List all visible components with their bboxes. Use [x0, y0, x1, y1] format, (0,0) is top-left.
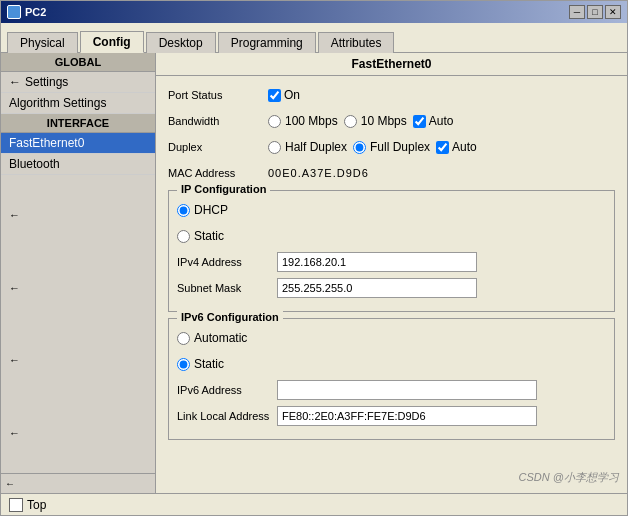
duplex-full-radio[interactable] [353, 141, 366, 154]
ipv6-address-label: IPv6 Address [177, 384, 277, 396]
port-status-controls: On [268, 88, 300, 102]
tab-physical[interactable]: Physical [7, 32, 78, 53]
duplex-half-label[interactable]: Half Duplex [268, 140, 347, 154]
ipv6-config-section: IPv6 Configuration Automatic Static [168, 318, 615, 440]
global-header: GLOBAL [1, 53, 155, 72]
static-radio[interactable] [177, 230, 190, 243]
tab-config[interactable]: Config [80, 31, 144, 53]
interface-header: INTERFACE [1, 114, 155, 133]
bluetooth-label: Bluetooth [9, 157, 60, 171]
ipv4-input[interactable] [277, 252, 477, 272]
bottom-bar: Top [1, 493, 627, 515]
panel-title: FastEthernet0 [156, 53, 627, 76]
sidebar-nav-area: ← ← ← ← [1, 175, 155, 473]
port-status-checkbox-label[interactable]: On [268, 88, 300, 102]
bandwidth-10-text: 10 Mbps [361, 114, 407, 128]
tab-attributes[interactable]: Attributes [318, 32, 395, 53]
bandwidth-100-radio[interactable] [268, 115, 281, 128]
sidebar-nav-arrow-4[interactable]: ← [1, 425, 155, 441]
sidebar-nav-arrow-3[interactable]: ← [1, 352, 155, 368]
window: PC2 ─ □ ✕ Physical Config Desktop Progra… [0, 0, 628, 516]
sidebar-bottom-arrow[interactable]: ← [3, 476, 153, 491]
sidebar-item-settings[interactable]: ← Settings [1, 72, 155, 93]
ip-config-section: IP Configuration DHCP Static [168, 190, 615, 312]
port-status-on-label: On [284, 88, 300, 102]
minimize-button[interactable]: ─ [569, 5, 585, 19]
automatic-text: Automatic [194, 331, 247, 345]
static-label[interactable]: Static [177, 229, 224, 243]
ipv6-static-text: Static [194, 357, 224, 371]
link-local-input[interactable] [277, 406, 537, 426]
ipv6-config-title: IPv6 Configuration [177, 311, 283, 323]
sidebar-item-fastethernet[interactable]: FastEthernet0 [1, 133, 155, 154]
sidebar: GLOBAL ← Settings Algorithm Settings INT… [1, 53, 156, 493]
title-bar-left: PC2 [7, 5, 46, 19]
tab-desktop[interactable]: Desktop [146, 32, 216, 53]
dhcp-radio[interactable] [177, 204, 190, 217]
dhcp-label[interactable]: DHCP [177, 203, 228, 217]
ipv6-static-radio[interactable] [177, 358, 190, 371]
bandwidth-row: Bandwidth 100 Mbps 10 Mbps Auto [168, 110, 615, 132]
algorithm-label: Algorithm Settings [9, 96, 106, 110]
tab-programming[interactable]: Programming [218, 32, 316, 53]
duplex-auto-checkbox[interactable] [436, 141, 449, 154]
port-status-row: Port Status On [168, 84, 615, 106]
duplex-half-radio[interactable] [268, 141, 281, 154]
duplex-full-label[interactable]: Full Duplex [353, 140, 430, 154]
sidebar-nav-arrow-1[interactable]: ← [1, 207, 155, 223]
settings-arrow: ← [9, 75, 21, 89]
settings-label: Settings [25, 75, 68, 89]
duplex-label: Duplex [168, 141, 268, 153]
ipv6-address-row: IPv6 Address [177, 379, 606, 401]
subnet-input[interactable] [277, 278, 477, 298]
bandwidth-100-text: 100 Mbps [285, 114, 338, 128]
ipv4-row: IPv4 Address [177, 251, 606, 273]
close-button[interactable]: ✕ [605, 5, 621, 19]
maximize-button[interactable]: □ [587, 5, 603, 19]
sidebar-item-algorithm[interactable]: Algorithm Settings [1, 93, 155, 114]
bandwidth-controls: 100 Mbps 10 Mbps Auto [268, 114, 453, 128]
tab-bar: Physical Config Desktop Programming Attr… [1, 23, 627, 53]
bottom-icon [9, 498, 23, 512]
panel-body: Port Status On Bandwidth 100 Mbp [156, 76, 627, 493]
ipv4-label: IPv4 Address [177, 256, 277, 268]
duplex-full-text: Full Duplex [370, 140, 430, 154]
fastethernet-label: FastEthernet0 [9, 136, 84, 150]
sidebar-nav-arrow-2[interactable]: ← [1, 280, 155, 296]
bandwidth-label: Bandwidth [168, 115, 268, 127]
ip-config-title: IP Configuration [177, 183, 270, 195]
sidebar-bottom: ← [1, 473, 155, 493]
port-status-label: Port Status [168, 89, 268, 101]
duplex-half-text: Half Duplex [285, 140, 347, 154]
mac-label: MAC Address [168, 167, 268, 179]
bandwidth-auto-text: Auto [429, 114, 454, 128]
duplex-controls: Half Duplex Full Duplex Auto [268, 140, 477, 154]
subnet-label: Subnet Mask [177, 282, 277, 294]
dhcp-row: DHCP [177, 199, 606, 221]
ipv6-static-row: Static [177, 353, 606, 375]
bandwidth-10-label[interactable]: 10 Mbps [344, 114, 407, 128]
automatic-radio[interactable] [177, 332, 190, 345]
subnet-row: Subnet Mask [177, 277, 606, 299]
dhcp-text: DHCP [194, 203, 228, 217]
ipv6-address-input[interactable] [277, 380, 537, 400]
title-bar: PC2 ─ □ ✕ [1, 1, 627, 23]
link-local-row: Link Local Address [177, 405, 606, 427]
automatic-label[interactable]: Automatic [177, 331, 247, 345]
bandwidth-100-label[interactable]: 100 Mbps [268, 114, 338, 128]
link-local-label: Link Local Address [177, 410, 277, 422]
app-icon [7, 5, 21, 19]
duplex-row: Duplex Half Duplex Full Duplex Auto [168, 136, 615, 158]
mac-value: 00E0.A37E.D9D6 [268, 167, 369, 179]
sidebar-item-bluetooth[interactable]: Bluetooth [1, 154, 155, 175]
bandwidth-auto-label[interactable]: Auto [413, 114, 454, 128]
static-ip-row: Static [177, 225, 606, 247]
right-panel: FastEthernet0 Port Status On Bandwidth [156, 53, 627, 493]
watermark: CSDN @小李想学习 [519, 470, 619, 485]
duplex-auto-label[interactable]: Auto [436, 140, 477, 154]
ipv6-static-label[interactable]: Static [177, 357, 224, 371]
duplex-auto-text: Auto [452, 140, 477, 154]
bandwidth-auto-checkbox[interactable] [413, 115, 426, 128]
port-status-checkbox[interactable] [268, 89, 281, 102]
bandwidth-10-radio[interactable] [344, 115, 357, 128]
